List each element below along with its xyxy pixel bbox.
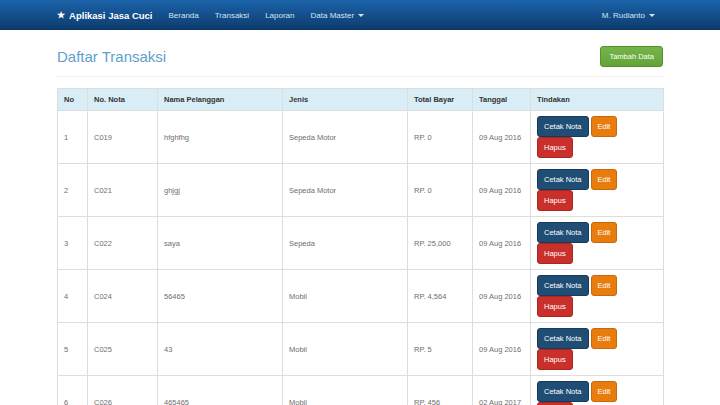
cell-nota: C026 [88, 376, 158, 405]
hapus-button[interactable]: Hapus [537, 243, 573, 264]
cell-nama: 465465 [158, 376, 283, 405]
cell-nama: 56465 [158, 270, 283, 323]
cell-actions: Cetak NotaEditHapus [531, 323, 664, 376]
col-header-no: No [58, 89, 88, 111]
user-name: M. Rudianto [602, 11, 645, 20]
user-menu[interactable]: M. Rudianto [594, 0, 663, 30]
table-header-row: No No. Nota Nama Pelanggan Jenis Total B… [58, 89, 664, 111]
cell-no: 6 [58, 376, 88, 405]
cell-no: 3 [58, 217, 88, 270]
nav-item-data-master[interactable]: Data Master [303, 0, 373, 30]
cell-jenis: Sepeda Motor [283, 164, 408, 217]
hapus-button[interactable]: Hapus [537, 296, 573, 317]
cell-tanggal: 09 Aug 2016 [473, 270, 531, 323]
cell-nota: C025 [88, 323, 158, 376]
cell-total: RP. 25,000 [408, 217, 473, 270]
cell-jenis: Sepeda Motor [283, 111, 408, 164]
nav-item-beranda[interactable]: Beranda [161, 0, 207, 30]
cell-no: 4 [58, 270, 88, 323]
nav-item-transaksi[interactable]: Transaksi [207, 0, 257, 30]
cell-jenis: Sepeda [283, 217, 408, 270]
nav-item-laporan[interactable]: Laporan [257, 0, 302, 30]
nav-item-label: Data Master [311, 11, 355, 20]
edit-button[interactable]: Edit [591, 169, 618, 190]
col-header-tindakan: Tindakan [531, 89, 664, 111]
cetak-nota-button[interactable]: Cetak Nota [537, 381, 589, 402]
cell-jenis: Mobil [283, 323, 408, 376]
edit-button[interactable]: Edit [591, 328, 618, 349]
edit-button[interactable]: Edit [591, 275, 618, 296]
transactions-table: No No. Nota Nama Pelanggan Jenis Total B… [57, 88, 664, 405]
cell-tanggal: 09 Aug 2016 [473, 164, 531, 217]
edit-button[interactable]: Edit [591, 222, 618, 243]
page-title: Daftar Transaksi [57, 48, 166, 65]
cell-total: RP. 5 [408, 323, 473, 376]
table-row: 4 C024 56465 Mobil RP. 4,564 09 Aug 2016… [58, 270, 664, 323]
top-navbar: ★ Aplikasi Jasa Cuci Beranda Transaksi L… [0, 0, 720, 30]
cell-tanggal: 09 Aug 2016 [473, 323, 531, 376]
cell-tanggal: 09 Aug 2016 [473, 111, 531, 164]
hapus-button[interactable]: Hapus [537, 190, 573, 211]
table-row: 3 C022 saya Sepeda RP. 25,000 09 Aug 201… [58, 217, 664, 270]
caret-down-icon [649, 14, 655, 17]
cell-nota: C024 [88, 270, 158, 323]
main-nav: Beranda Transaksi Laporan Data Master [161, 0, 373, 30]
cell-actions: Cetak NotaEditHapus [531, 111, 664, 164]
cell-no: 5 [58, 323, 88, 376]
cell-no: 1 [58, 111, 88, 164]
cell-total: RP. 456 [408, 376, 473, 405]
cell-nama: hfghfhg [158, 111, 283, 164]
cell-total: RP. 0 [408, 111, 473, 164]
table-row: 6 C026 465465 Mobil RP. 456 02 Aug 2017 … [58, 376, 664, 405]
cell-actions: Cetak NotaEditHapus [531, 217, 664, 270]
cell-nota: C021 [88, 164, 158, 217]
col-header-nota: No. Nota [88, 89, 158, 111]
cetak-nota-button[interactable]: Cetak Nota [537, 328, 589, 349]
cell-jenis: Mobil [283, 270, 408, 323]
table-row: 1 C019 hfghfhg Sepeda Motor RP. 0 09 Aug… [58, 111, 664, 164]
cetak-nota-button[interactable]: Cetak Nota [537, 116, 589, 137]
col-header-nama: Nama Pelanggan [158, 89, 283, 111]
caret-down-icon [358, 14, 364, 17]
cell-total: RP. 0 [408, 164, 473, 217]
cell-no: 2 [58, 164, 88, 217]
star-icon: ★ [57, 11, 65, 20]
col-header-jenis: Jenis [283, 89, 408, 111]
brand-label: Aplikasi Jasa Cuci [69, 10, 152, 21]
cell-actions: Cetak NotaEditHapus [531, 164, 664, 217]
cell-tanggal: 02 Aug 2017 [473, 376, 531, 405]
cetak-nota-button[interactable]: Cetak Nota [537, 222, 589, 243]
divider [57, 76, 663, 77]
edit-button[interactable]: Edit [591, 381, 618, 402]
cetak-nota-button[interactable]: Cetak Nota [537, 169, 589, 190]
col-header-total: Total Bayar [408, 89, 473, 111]
cell-nama: 43 [158, 323, 283, 376]
cell-tanggal: 09 Aug 2016 [473, 217, 531, 270]
cell-nota: C019 [88, 111, 158, 164]
hapus-button[interactable]: Hapus [537, 137, 573, 158]
table-row: 5 C025 43 Mobil RP. 5 09 Aug 2016 Cetak … [58, 323, 664, 376]
tambah-data-button[interactable]: Tambah Data [600, 46, 663, 67]
cell-actions: Cetak NotaEditHapus [531, 270, 664, 323]
edit-button[interactable]: Edit [591, 116, 618, 137]
col-header-tanggal: Tanggal [473, 89, 531, 111]
cell-nama: saya [158, 217, 283, 270]
hapus-button[interactable]: Hapus [537, 349, 573, 370]
main-content: Daftar Transaksi Tambah Data No No. Nota… [57, 46, 663, 405]
cell-nota: C022 [88, 217, 158, 270]
cell-actions: Cetak NotaEditHapus [531, 376, 664, 405]
brand-link[interactable]: ★ Aplikasi Jasa Cuci [57, 0, 153, 30]
cell-total: RP. 4,564 [408, 270, 473, 323]
cell-jenis: Mobil [283, 376, 408, 405]
cell-nama: ghjgj [158, 164, 283, 217]
cetak-nota-button[interactable]: Cetak Nota [537, 275, 589, 296]
table-row: 2 C021 ghjgj Sepeda Motor RP. 0 09 Aug 2… [58, 164, 664, 217]
